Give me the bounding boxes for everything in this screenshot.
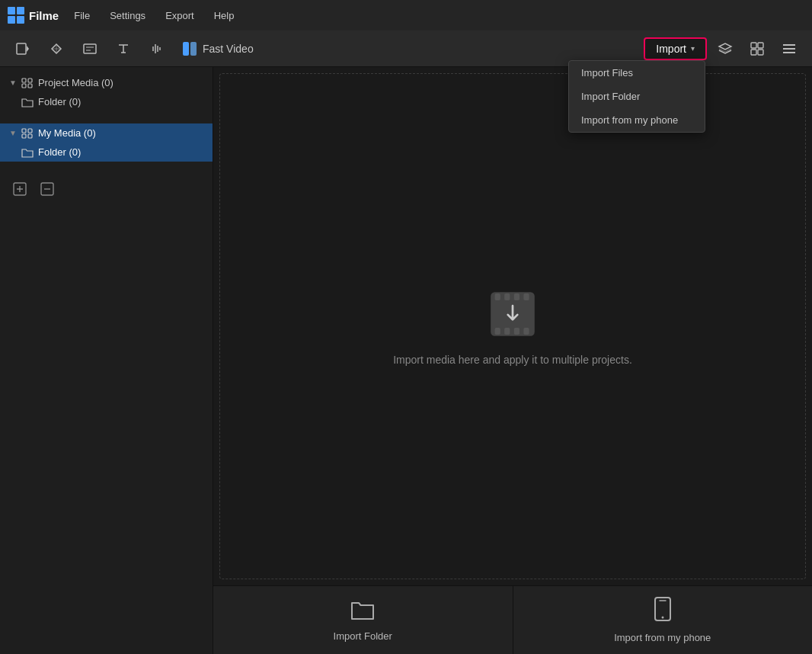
project-folder-item[interactable]: Folder (0) bbox=[0, 92, 213, 111]
project-media-label: Project Media (0) bbox=[38, 77, 113, 88]
import-phone-item[interactable]: Import from my phone bbox=[569, 108, 705, 132]
svg-rect-13 bbox=[22, 134, 26, 138]
toolbar: Fast Video Import ▾ Import Files Import … bbox=[0, 30, 812, 67]
tree-section-project: ▼ Project Media (0) Folder (0) bbox=[0, 67, 213, 117]
svg-rect-24 bbox=[514, 328, 519, 335]
svg-rect-11 bbox=[22, 129, 26, 133]
svg-marker-1 bbox=[27, 46, 29, 52]
import-folder-tile[interactable]: Import Folder bbox=[213, 586, 513, 654]
phone-tile-icon bbox=[654, 597, 672, 626]
menu-bar: File Settings Export Help bbox=[71, 8, 237, 23]
svg-rect-3 bbox=[751, 43, 756, 48]
toolbar-right: Import ▾ Import Files Import Folder Impo… bbox=[644, 35, 803, 63]
svg-rect-22 bbox=[495, 328, 500, 335]
menu-export[interactable]: Export bbox=[162, 8, 197, 23]
tree-section-my-media: ▼ My Media (0) Folder (0) bbox=[0, 117, 213, 168]
menu-file[interactable]: File bbox=[71, 8, 93, 23]
title-bar: Filme File Settings Export Help bbox=[0, 0, 812, 30]
text-tool-btn[interactable] bbox=[110, 35, 137, 63]
my-media-arrow: ▼ bbox=[9, 129, 17, 137]
video-tool-btn[interactable] bbox=[9, 35, 37, 63]
import-label: Import bbox=[656, 43, 686, 55]
add-btn[interactable] bbox=[9, 178, 30, 200]
svg-rect-8 bbox=[28, 79, 32, 82]
project-media-item[interactable]: ▼ Project Media (0) bbox=[0, 73, 213, 92]
my-media-folder-label: Folder (0) bbox=[38, 146, 81, 158]
main-layout: ▼ Project Media (0) Folder (0) ▼ bbox=[0, 67, 812, 654]
import-hint-text: Import media here and apply it to multip… bbox=[393, 354, 632, 366]
my-media-folder-item[interactable]: Folder (0) bbox=[0, 143, 213, 162]
project-folder-label: Folder (0) bbox=[38, 96, 81, 107]
svg-rect-9 bbox=[22, 84, 26, 88]
svg-point-27 bbox=[661, 617, 663, 619]
my-media-folder-icon bbox=[21, 147, 34, 158]
bottom-actions: Import Folder Import from my phone bbox=[213, 585, 812, 654]
layers-icon-btn[interactable] bbox=[711, 35, 739, 63]
fast-video-btn[interactable]: Fast Video bbox=[183, 42, 254, 56]
import-dropdown: Import Files Import Folder Import from m… bbox=[568, 60, 705, 133]
sidebar: ▼ Project Media (0) Folder (0) ▼ bbox=[0, 67, 213, 654]
svg-rect-5 bbox=[751, 50, 756, 55]
svg-rect-19 bbox=[504, 293, 510, 300]
grid-icon bbox=[21, 78, 34, 88]
sidebar-bottom bbox=[0, 171, 213, 207]
svg-rect-21 bbox=[523, 293, 529, 300]
svg-rect-12 bbox=[28, 129, 32, 133]
fast-video-label: Fast Video bbox=[203, 43, 254, 55]
svg-rect-25 bbox=[523, 328, 529, 335]
svg-rect-14 bbox=[28, 134, 32, 138]
import-folder-tile-label: Import Folder bbox=[334, 630, 392, 642]
import-phone-tile-label: Import from my phone bbox=[614, 632, 711, 643]
svg-rect-7 bbox=[22, 79, 26, 82]
project-media-arrow: ▼ bbox=[9, 79, 17, 87]
my-media-label: My Media (0) bbox=[38, 127, 96, 139]
svg-rect-4 bbox=[758, 43, 763, 48]
my-media-item[interactable]: ▼ My Media (0) bbox=[0, 123, 213, 143]
import-chevron: ▾ bbox=[691, 44, 695, 53]
svg-rect-20 bbox=[514, 293, 519, 300]
audio-tool-btn[interactable] bbox=[143, 35, 171, 63]
app-logo: Filme bbox=[8, 7, 59, 24]
import-folder-item[interactable]: Import Folder bbox=[569, 85, 705, 108]
import-phone-tile[interactable]: Import from my phone bbox=[513, 586, 813, 654]
app-name: Filme bbox=[29, 9, 59, 22]
folder-icon bbox=[21, 97, 34, 107]
content-area: Import media here and apply it to multip… bbox=[213, 67, 812, 654]
import-files-item[interactable]: Import Files bbox=[569, 61, 705, 85]
my-media-grid-icon bbox=[21, 128, 34, 139]
media-drop-area[interactable]: Import media here and apply it to multip… bbox=[219, 73, 806, 579]
svg-rect-23 bbox=[504, 328, 510, 335]
film-import-icon bbox=[485, 287, 540, 341]
svg-rect-18 bbox=[495, 293, 500, 300]
effects-tool-btn[interactable] bbox=[43, 35, 70, 63]
menu-help[interactable]: Help bbox=[211, 8, 238, 23]
menu-settings[interactable]: Settings bbox=[107, 8, 149, 23]
logo-icon bbox=[8, 7, 24, 24]
folder-tile-icon bbox=[350, 598, 375, 624]
fast-video-icon bbox=[183, 42, 197, 56]
svg-rect-10 bbox=[28, 84, 32, 88]
svg-rect-0 bbox=[17, 43, 26, 54]
edit-tool-btn[interactable] bbox=[76, 35, 104, 63]
import-button[interactable]: Import ▾ Import Files Import Folder Impo… bbox=[644, 37, 707, 60]
svg-rect-6 bbox=[758, 50, 763, 55]
menu-icon-btn[interactable] bbox=[775, 35, 803, 63]
grid-icon-btn[interactable] bbox=[743, 35, 771, 63]
svg-rect-2 bbox=[84, 44, 96, 53]
delete-btn[interactable] bbox=[37, 178, 58, 200]
